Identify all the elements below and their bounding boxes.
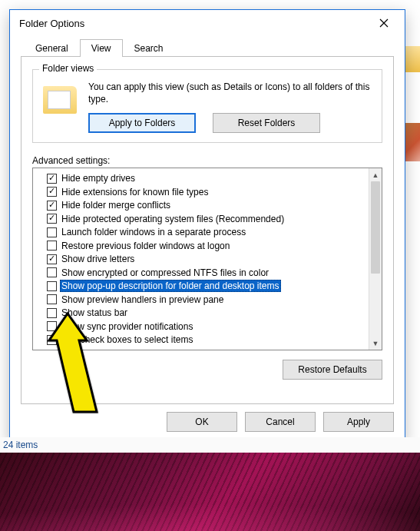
advanced-item[interactable]: Hide folder merge conflicts xyxy=(47,198,367,212)
tab-view[interactable]: View xyxy=(80,39,123,57)
checkbox[interactable] xyxy=(47,214,57,224)
advanced-scroll-area: Hide empty drivesHide extensions for kno… xyxy=(33,168,369,350)
checkbox[interactable] xyxy=(47,281,57,291)
advanced-item[interactable]: Show sync provider notifications xyxy=(47,320,367,334)
scroll-down-button[interactable]: ▼ xyxy=(369,337,382,350)
advanced-item-label: Show preview handlers in preview pane xyxy=(60,294,225,305)
folder-views-group: Folder views You can apply this view (su… xyxy=(32,69,382,143)
tab-pane-view: Folder views You can apply this view (su… xyxy=(21,56,394,404)
advanced-settings-label: Advanced settings: xyxy=(32,155,382,166)
ok-button[interactable]: OK xyxy=(167,412,237,432)
advanced-item[interactable]: Show drive letters xyxy=(47,252,367,266)
advanced-item-label: Hide protected operating system files (R… xyxy=(60,214,286,224)
status-bar-text: 24 items xyxy=(3,440,38,450)
advanced-item[interactable]: Hide protected operating system files (R… xyxy=(47,212,367,226)
advanced-item[interactable]: Hide extensions for known file types xyxy=(47,185,367,199)
titlebar: Folder Options xyxy=(10,10,405,36)
checkbox[interactable] xyxy=(47,335,57,345)
advanced-item-label: Restore previous folder windows at logon xyxy=(60,241,231,251)
checkbox[interactable] xyxy=(47,294,57,304)
checkbox[interactable] xyxy=(47,174,57,184)
close-button[interactable] xyxy=(368,12,400,34)
advanced-item[interactable]: Show pop-up description for folder and d… xyxy=(47,279,367,293)
scroll-up-button[interactable]: ▲ xyxy=(369,168,382,181)
advanced-item[interactable]: Show encrypted or compressed NTFS files … xyxy=(47,266,367,280)
tab-general[interactable]: General xyxy=(24,39,80,57)
scrollbar[interactable]: ▲ ▼ xyxy=(369,168,382,350)
advanced-item-label: Show drive letters xyxy=(60,254,136,264)
checkbox[interactable] xyxy=(47,201,57,211)
checkbox[interactable] xyxy=(47,308,57,318)
cancel-button[interactable]: Cancel xyxy=(245,412,316,432)
folder-options-dialog: Folder Options General View Search Folde… xyxy=(9,9,405,443)
folder-icon xyxy=(43,86,77,114)
tabs-row: General View Search xyxy=(10,36,405,56)
scroll-thumb[interactable] xyxy=(371,181,380,274)
checkbox[interactable] xyxy=(47,254,57,264)
reset-folders-button[interactable]: Reset Folders xyxy=(213,113,320,133)
wallpaper xyxy=(0,453,420,531)
apply-to-folders-button[interactable]: Apply to Folders xyxy=(88,113,196,133)
advanced-item-label: Hide extensions for known file types xyxy=(60,187,210,197)
apply-button[interactable]: Apply xyxy=(323,412,394,432)
close-icon xyxy=(379,18,389,28)
restore-defaults-button[interactable]: Restore Defaults xyxy=(283,360,382,380)
advanced-item[interactable]: Use check boxes to select items xyxy=(47,333,367,347)
advanced-item-label: Show status bar xyxy=(60,307,129,318)
advanced-item-label: Hide folder merge conflicts xyxy=(60,200,172,211)
advanced-item-label: Show encrypted or compressed NTFS files … xyxy=(60,267,270,278)
advanced-item-label: Show pop-up description for folder and d… xyxy=(60,280,281,292)
advanced-item[interactable]: Show preview handlers in preview pane xyxy=(47,293,367,307)
tab-search[interactable]: Search xyxy=(123,39,175,57)
advanced-item[interactable]: Launch folder windows in a separate proc… xyxy=(47,225,367,239)
advanced-item-label: Use check boxes to select items xyxy=(60,334,194,345)
checkbox[interactable] xyxy=(47,321,57,331)
checkbox[interactable] xyxy=(47,227,57,237)
dialog-title: Folder Options xyxy=(19,18,84,29)
advanced-item-label: Hide empty drives xyxy=(60,173,137,184)
checkbox[interactable] xyxy=(47,267,57,277)
folder-views-title: Folder views xyxy=(39,63,97,74)
advanced-item-label: Show sync provider notifications xyxy=(60,321,194,332)
folder-views-icon-wrap xyxy=(42,82,78,118)
advanced-item-label: Launch folder windows in a separate proc… xyxy=(60,227,247,237)
advanced-item[interactable]: Show status bar xyxy=(47,306,367,320)
advanced-item[interactable]: Hide empty drives xyxy=(47,171,367,185)
status-bar: 24 items xyxy=(0,437,420,453)
checkbox[interactable] xyxy=(47,241,57,251)
advanced-settings-list[interactable]: Hide empty drivesHide extensions for kno… xyxy=(32,168,382,350)
advanced-item[interactable]: Restore previous folder windows at logon xyxy=(47,239,367,253)
folder-views-description: You can apply this view (such as Details… xyxy=(88,81,372,105)
checkbox[interactable] xyxy=(47,187,57,197)
